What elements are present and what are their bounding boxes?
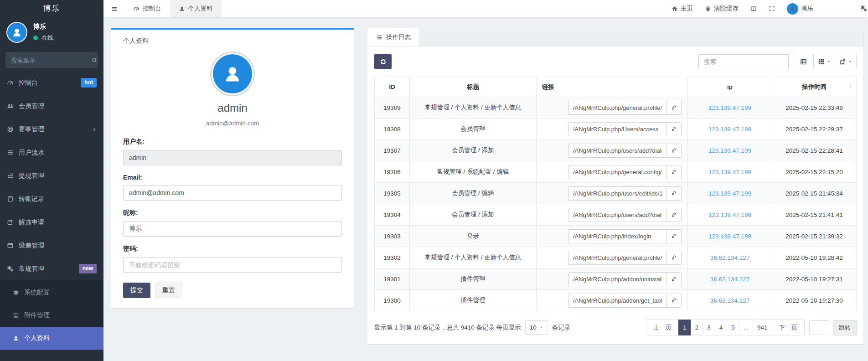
open-link-button[interactable] <box>666 208 682 222</box>
log-time: 2025-02-15 22:28:41 <box>772 140 857 161</box>
sidebar-item-transfer[interactable]: 转账记录 <box>0 187 103 211</box>
tab-operation-log[interactable]: 操作日志 <box>367 28 420 46</box>
log-link-input[interactable] <box>568 122 666 136</box>
reset-button[interactable]: 重置 <box>155 283 182 298</box>
log-link-input[interactable] <box>568 251 666 265</box>
fullscreen-button[interactable] <box>769 5 775 12</box>
user-menu[interactable]: 博乐 <box>787 3 813 15</box>
sidebar-item-user-flow[interactable]: 用户流水 <box>0 141 103 164</box>
col-header-link[interactable]: 链接 <box>537 77 688 97</box>
page-button-1[interactable]: 1 <box>678 320 691 335</box>
open-link-button[interactable] <box>666 186 682 201</box>
open-link-button[interactable] <box>666 229 682 243</box>
log-link-input[interactable] <box>568 101 666 115</box>
submit-button[interactable]: 提交 <box>123 283 150 298</box>
search-input[interactable] <box>698 54 789 69</box>
open-link-button[interactable] <box>666 144 682 158</box>
tab-dashboard[interactable]: 控制台 <box>124 0 170 17</box>
col-header-time[interactable]: 操作时间 <box>772 77 857 97</box>
open-link-button[interactable] <box>666 251 682 265</box>
ip-link[interactable]: 36.62.134.227 <box>710 297 749 304</box>
caret-up-icon <box>540 326 543 330</box>
nickname-field[interactable] <box>123 221 342 237</box>
log-link-input[interactable] <box>568 229 666 243</box>
table-row: 19302 常规管理 / 个人资料 / 更新个人信息 36.62.134.227… <box>375 247 857 268</box>
sidebar-toggle-button[interactable] <box>103 0 124 17</box>
log-link-input[interactable] <box>568 294 666 308</box>
ip-link[interactable]: 123.139.47.199 <box>708 147 751 154</box>
sort-icon[interactable] <box>847 84 853 89</box>
columns-button[interactable] <box>813 54 835 69</box>
ip-link[interactable]: 123.139.47.199 <box>708 233 751 240</box>
page-button-3[interactable]: 3 <box>703 320 715 335</box>
log-id: 19307 <box>375 140 410 161</box>
page-button-5[interactable]: 5 <box>727 320 739 335</box>
log-link-input[interactable] <box>568 208 666 222</box>
export-icon <box>839 58 846 65</box>
open-link-button[interactable] <box>666 122 682 136</box>
col-header-title[interactable]: 标题 <box>410 77 537 97</box>
log-time: 2025-02-15 22:33:49 <box>772 97 857 119</box>
log-link-input[interactable] <box>568 186 666 201</box>
password-field[interactable] <box>123 257 342 273</box>
ip-link[interactable]: 123.139.47.199 <box>708 104 751 111</box>
sidebar-item-level[interactable]: 级差管理 <box>0 234 103 257</box>
sidebar-item-members[interactable]: 会员管理 <box>0 94 103 118</box>
sidebar-item-system-config[interactable]: 系统配置 <box>0 281 103 304</box>
log-link-input[interactable] <box>568 165 666 179</box>
open-link-button[interactable] <box>666 101 682 115</box>
ip-link[interactable]: 36.62.134.227 <box>710 276 749 283</box>
jump-button[interactable]: 跳转 <box>833 320 857 335</box>
refresh-icon <box>380 58 387 65</box>
email-field[interactable] <box>123 185 342 201</box>
sidebar-item-attachments[interactable]: 附件管理 <box>0 304 103 327</box>
sidebar-item-profile[interactable]: 个人资料 <box>0 327 103 350</box>
content: 个人资料 admin admin@admin.com 用户名: Email: 昵… <box>103 17 868 361</box>
next-page-button[interactable]: 下一页 <box>772 320 805 335</box>
refresh-button[interactable] <box>374 54 392 69</box>
menu-search-input[interactable] <box>11 57 92 64</box>
list-icon <box>7 149 14 156</box>
clear-cache-button[interactable]: 清除缓存 <box>705 5 739 13</box>
log-link-input[interactable] <box>568 144 666 158</box>
col-header-ip[interactable]: ip <box>688 77 772 97</box>
page-button-2[interactable]: 2 <box>691 320 703 335</box>
avatar[interactable] <box>6 22 27 43</box>
language-button[interactable] <box>750 5 757 12</box>
page-button-941[interactable]: 941 <box>753 320 772 335</box>
sidebar: 博乐 博乐 在线 控制台 hot 会员管理 赛事管理 用户流水 <box>0 0 103 361</box>
sidebar-item-dashboard[interactable]: 控制台 hot <box>0 71 103 94</box>
toggle-detail-view-button[interactable] <box>793 54 814 69</box>
log-id: 19304 <box>375 204 410 226</box>
ip-link[interactable]: 123.139.47.199 <box>708 126 751 133</box>
ip-link[interactable]: 123.139.47.199 <box>708 169 751 175</box>
page-button-4[interactable]: 4 <box>715 320 728 335</box>
jump-page-input[interactable] <box>809 320 829 335</box>
home-button[interactable]: 主页 <box>672 5 693 13</box>
open-link-button[interactable] <box>666 294 682 308</box>
search-icon[interactable] <box>92 57 97 63</box>
settings-drawer-button[interactable] <box>860 5 867 13</box>
page-size-select[interactable]: 10 <box>525 320 548 335</box>
prev-page-button[interactable]: 上一页 <box>646 320 679 335</box>
sidebar-item-general[interactable]: 常规管理 new <box>0 257 103 280</box>
export-button[interactable] <box>835 54 857 69</box>
operation-log-table: ID 标题 链接 ip 操作时间 19309 常规管理 / 个人资料 / 更新个… <box>374 77 857 311</box>
profile-avatar[interactable] <box>213 54 252 93</box>
sidebar-item-unfreeze[interactable]: 解冻申请 <box>0 211 103 234</box>
sidebar-item-events[interactable]: 赛事管理 <box>0 118 103 141</box>
col-header-id[interactable]: ID <box>375 77 410 97</box>
ip-link[interactable]: 123.139.47.199 <box>708 211 751 218</box>
log-link-input[interactable] <box>568 272 666 286</box>
trash-icon <box>705 5 711 12</box>
open-link-button[interactable] <box>666 272 682 286</box>
log-id: 19306 <box>375 161 410 183</box>
grid-icon <box>818 58 825 65</box>
sidebar-item-withdraw[interactable]: 提现管理 <box>0 164 103 187</box>
open-link-button[interactable] <box>666 165 682 179</box>
ip-link[interactable]: 123.139.47.199 <box>708 190 751 197</box>
sidebar-item-label: 控制台 <box>19 79 38 87</box>
tab-profile[interactable]: 个人资料 <box>170 0 222 17</box>
log-toolbar <box>374 54 857 69</box>
ip-link[interactable]: 36.62.134.227 <box>710 254 749 261</box>
